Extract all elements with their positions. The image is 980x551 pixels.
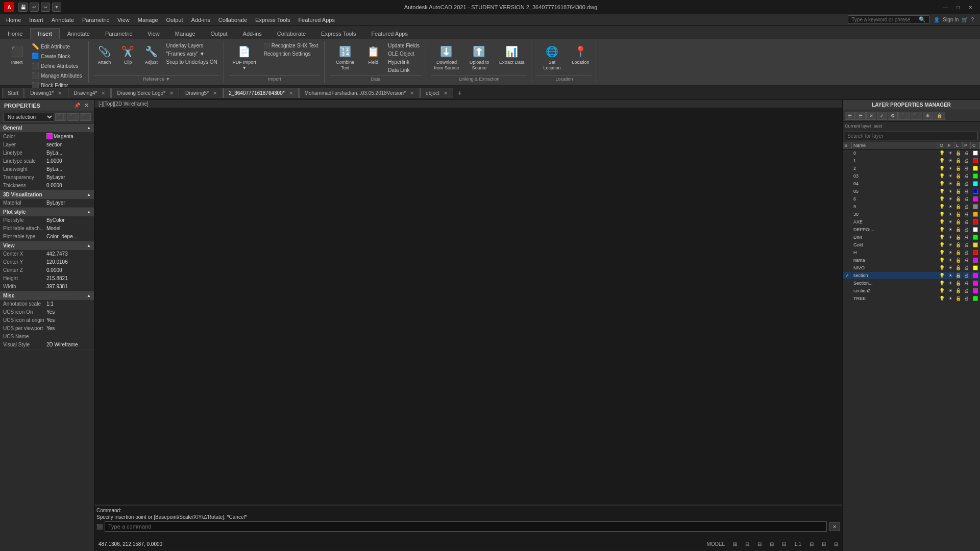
doc-tab-farshadian[interactable]: MohammadFarshadian...03.05.2018Version* … (299, 88, 420, 98)
tab-output[interactable]: Output (203, 28, 235, 39)
layer-row[interactable]: Section... 💡 ☀ 🔓 🖨 (843, 280, 980, 287)
menu-output[interactable]: Output (162, 16, 187, 24)
layer-cell-lock[interactable]: 🔓 (954, 234, 963, 241)
layer-isolate-button[interactable]: ⬛ (911, 112, 922, 120)
extract-data-button[interactable]: 📊 Extract Data (497, 42, 527, 67)
layer-cell-on[interactable]: 💡 (938, 241, 946, 248)
props-misc-header[interactable]: Misc ▲ (0, 291, 94, 300)
ole-object-button[interactable]: OLE Object (386, 50, 422, 58)
layer-cell-freeze[interactable]: ☀ (946, 195, 954, 203)
layer-cell-on[interactable]: 💡 (938, 280, 946, 287)
create-block-button[interactable]: 🟦 Create Block (30, 52, 84, 61)
menu-parametric[interactable]: Parametric (78, 16, 113, 24)
minimize-button[interactable]: — (940, 3, 951, 12)
menu-featured[interactable]: Featured Apps (294, 16, 339, 24)
layer-cell-on[interactable]: 💡 (938, 203, 946, 210)
layer-cell-color[interactable] (971, 218, 980, 226)
insert-button[interactable]: ⬛ Insert (6, 42, 28, 67)
layer-cell-plot[interactable]: 🖨 (963, 287, 971, 294)
layer-cell-on[interactable]: 💡 (938, 188, 946, 195)
ortho-icon[interactable]: ⊟ (757, 541, 762, 547)
layer-cell-color[interactable] (971, 157, 980, 164)
layer-cell-on[interactable]: 💡 (938, 165, 946, 172)
menu-view[interactable]: View (113, 16, 134, 24)
layer-row[interactable]: 2 💡 ☀ 🔓 🖨 (843, 165, 980, 172)
tab-close-drawing-sorce[interactable]: ✕ (169, 90, 174, 96)
layer-cell-on[interactable]: 💡 (938, 172, 946, 180)
layer-row[interactable]: DEFPOI... 💡 ☀ 🔓 🖨 (843, 226, 980, 234)
new-vp-layer-button[interactable]: ☰ (855, 112, 866, 120)
maximize-button[interactable]: □ (952, 3, 964, 12)
props-plot-header[interactable]: Plot style ▲ (0, 208, 94, 216)
layer-row[interactable]: 9 💡 ☀ 🔓 🖨 (843, 203, 980, 211)
layer-cell-freeze[interactable]: ☀ (946, 280, 954, 287)
layer-cell-on[interactable]: 💡 (938, 257, 946, 264)
tab-annotate[interactable]: Annotate (60, 28, 97, 39)
layer-cell-freeze[interactable]: ☀ (946, 234, 954, 241)
workspace-icon[interactable]: ⊟ (810, 541, 814, 547)
layer-cell-color[interactable] (971, 211, 980, 218)
doc-tab-start[interactable]: Start (2, 88, 24, 98)
layer-cell-on[interactable]: 💡 (938, 272, 946, 279)
layer-row[interactable]: 30 💡 ☀ 🔓 🖨 (843, 211, 980, 218)
keyword-search-input[interactable] (851, 17, 919, 22)
layer-cell-lock[interactable]: 🔓 (954, 195, 963, 203)
layer-cell-plot[interactable]: 🖨 (963, 295, 971, 302)
layer-cell-lock[interactable]: 🔓 (954, 188, 963, 195)
command-input[interactable] (105, 521, 827, 532)
layer-cell-plot[interactable]: 🖨 (963, 272, 971, 279)
layer-cell-freeze[interactable]: ☀ (946, 264, 954, 271)
tab-manage[interactable]: Manage (167, 28, 203, 39)
layer-row[interactable]: H 💡 ☀ 🔓 🖨 (843, 249, 980, 257)
layer-cell-on[interactable]: 💡 (938, 264, 946, 271)
layer-match-button[interactable]: ⬛ (898, 112, 910, 120)
layer-row[interactable]: TREE 💡 ☀ 🔓 🖨 (843, 295, 980, 303)
layer-row[interactable]: 04 💡 ☀ 🔓 🖨 (843, 180, 980, 188)
doc-tab-object[interactable]: object ✕ (420, 88, 453, 98)
props-close-button[interactable]: ✕ (83, 102, 90, 109)
tab-collaborate[interactable]: Collaborate (270, 28, 313, 39)
layer-cell-color[interactable] (971, 295, 980, 302)
layer-cell-lock[interactable]: 🔓 (954, 226, 963, 233)
tab-close-2364[interactable]: ✕ (289, 90, 293, 96)
layer-cell-lock[interactable]: 🔓 (954, 295, 963, 302)
layer-cell-freeze[interactable]: ☀ (946, 218, 954, 226)
layer-cell-on[interactable]: 💡 (938, 295, 946, 302)
layer-cell-lock[interactable]: 🔓 (954, 172, 963, 180)
qa-redo[interactable]: ↪ (41, 3, 50, 12)
menu-express[interactable]: Express Tools (251, 16, 294, 24)
layer-cell-freeze[interactable]: ☀ (946, 249, 954, 256)
location-button[interactable]: 📍 Location (569, 42, 592, 67)
layer-cell-lock[interactable]: 🔓 (954, 249, 963, 256)
layer-row[interactable]: 0 💡 ☀ 🔓 🖨 (843, 149, 980, 157)
layer-row[interactable]: NIVO 💡 ☀ 🔓 🖨 (843, 264, 980, 272)
layer-cell-color[interactable] (971, 280, 980, 287)
props-general-header[interactable]: General ▲ (0, 123, 94, 132)
tab-close-farshadian[interactable]: ✕ (410, 90, 414, 96)
menu-addins[interactable]: Add-ins (187, 16, 214, 24)
layer-cell-color[interactable] (971, 203, 980, 210)
doc-tab-2364[interactable]: 2_36407771618764300* ✕ (223, 88, 299, 98)
layer-cell-lock[interactable]: 🔓 (954, 203, 963, 210)
layer-cell-lock[interactable]: 🔓 (954, 180, 963, 187)
layer-cell-freeze[interactable]: ☀ (946, 157, 954, 164)
layer-cell-on[interactable]: 💡 (938, 157, 946, 164)
attach-button[interactable]: 📎 Attach (94, 42, 115, 67)
qa-undo[interactable]: ↩ (30, 3, 39, 12)
layer-cell-freeze[interactable]: ☀ (946, 241, 954, 248)
layer-cell-plot[interactable]: 🖨 (963, 241, 971, 248)
layer-cell-plot[interactable]: 🖨 (963, 280, 971, 287)
layer-cell-lock[interactable]: 🔓 (954, 218, 963, 226)
layer-cell-lock[interactable]: 🔓 (954, 165, 963, 172)
tab-close-drawing4[interactable]: ✕ (101, 90, 105, 96)
layer-cell-plot[interactable]: 🖨 (963, 249, 971, 256)
layer-cell-plot[interactable]: 🖨 (963, 180, 971, 187)
doc-tab-drawing-sorce[interactable]: Drawing Sorce Logo* ✕ (111, 88, 179, 98)
layer-cell-color[interactable] (971, 257, 980, 264)
layer-cell-plot[interactable]: 🖨 (963, 172, 971, 180)
hyperlink-button[interactable]: Hyperlink (386, 58, 422, 66)
layer-cell-on[interactable]: 💡 (938, 287, 946, 294)
adjust-button[interactable]: 🔧 Adjust (141, 42, 162, 67)
layer-cell-freeze[interactable]: ☀ (946, 226, 954, 233)
layer-cell-lock[interactable]: 🔓 (954, 211, 963, 218)
